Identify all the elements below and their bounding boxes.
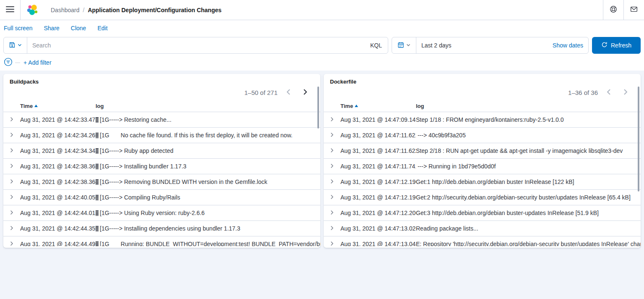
row-time: Aug 31, 2021 @ 14:47:11.621 — [340, 132, 416, 139]
pagination: 1–36 of 36 — [324, 85, 641, 100]
menu-icon — [6, 6, 14, 14]
table-row: Aug 31, 2021 @ 14:47:13.044 E: Repositor… — [324, 236, 641, 246]
row-log-text: Get:2 http://security.debian.org/debian-… — [416, 194, 631, 201]
breadcrumb-dashboard[interactable]: Dashboard — [51, 7, 80, 13]
expand-row-button[interactable] — [327, 161, 337, 171]
table-row: Aug 31, 2021 @ 14:42:33.475 [1G-----> Re… — [3, 112, 320, 128]
row-log: Reading package lists... — [416, 225, 641, 232]
menu-item-full-screen[interactable]: Full screen — [4, 25, 32, 31]
query-bar: KQL Last 2 days Show dates Refresh — [0, 36, 644, 55]
expand-row-button[interactable] — [7, 239, 17, 246]
row-log-text: ---> Running in 1bd79e5d0d0f — [416, 163, 496, 170]
escape-glyph — [96, 241, 99, 246]
date-quick-select-button[interactable] — [392, 37, 416, 53]
row-time: Aug 31, 2021 @ 14:42:33.475 — [20, 116, 96, 123]
expand-row-button[interactable] — [7, 192, 17, 202]
table-row: Aug 31, 2021 @ 14:42:44.499 [1G Running:… — [3, 236, 320, 246]
expand-row-button[interactable] — [7, 115, 17, 125]
row-time: Aug 31, 2021 @ 14:42:44.012 — [20, 210, 96, 216]
help-button[interactable] — [603, 0, 623, 20]
previous-page-button[interactable] — [603, 87, 615, 98]
escape-glyph — [96, 195, 99, 200]
column-header-log: log — [96, 103, 320, 109]
dashboard-content: Buildpacks 1–50 of 271 Time log — [0, 71, 644, 299]
expand-row-button[interactable] — [327, 223, 337, 233]
row-log-text: [1G-----> Compiling Ruby/Rails — [100, 194, 180, 201]
row-time: Aug 31, 2021 @ 14:47:12.190 — [340, 194, 416, 201]
table-row: Aug 31, 2021 @ 14:42:34.343 [1G-----> Ru… — [3, 143, 320, 159]
filter-options-button[interactable] — [4, 58, 13, 68]
refresh-icon — [601, 42, 608, 49]
refresh-button[interactable]: Refresh — [592, 37, 641, 54]
expand-chevron-icon — [330, 194, 335, 201]
column-header-time[interactable]: Time — [340, 103, 416, 109]
next-page-button[interactable] — [299, 87, 311, 98]
expand-row-button[interactable] — [7, 223, 17, 233]
row-log-text: E: Repository 'http://security.debian.or… — [416, 241, 641, 246]
expand-row-button[interactable] — [327, 146, 337, 156]
date-range-value[interactable]: Last 2 days — [416, 42, 548, 49]
row-log: [1G No cache file found. If this is the … — [96, 132, 320, 139]
add-filter-link[interactable]: + Add filter — [23, 59, 52, 66]
filter-icon — [4, 58, 13, 68]
row-log: [1G-----> Removing BUNDLED WITH version … — [96, 178, 320, 185]
row-log-text: Get:3 http://deb.debian.org/debian buste… — [416, 210, 599, 216]
next-page-button[interactable] — [620, 87, 631, 98]
expand-chevron-icon — [9, 226, 14, 232]
escape-glyph — [96, 164, 99, 169]
menu-item-share[interactable]: Share — [44, 25, 59, 31]
expand-row-button[interactable] — [327, 130, 337, 140]
row-log: ---> Running in 1bd79e5d0d0f — [416, 163, 641, 170]
row-log: Step 1/18 : FROM engineyard/kontainers:r… — [416, 116, 641, 123]
menu-button[interactable] — [0, 0, 20, 20]
search-input[interactable] — [27, 37, 364, 53]
search-group: KQL — [3, 37, 388, 54]
column-header-log: log — [416, 103, 641, 109]
row-log-text: [1G No cache file found. If this is the … — [100, 132, 293, 139]
scrollbar-thumb[interactable] — [638, 87, 639, 191]
expand-row-button[interactable] — [7, 177, 17, 187]
previous-page-button[interactable] — [283, 87, 294, 98]
expand-chevron-icon — [330, 163, 335, 170]
expand-row-button[interactable] — [7, 161, 17, 171]
expand-row-button[interactable] — [7, 146, 17, 156]
sort-ascending-icon — [355, 105, 358, 107]
row-log-text: [1G-----> Using Ruby version: ruby-2.6.6 — [100, 210, 205, 216]
escape-glyph — [96, 117, 99, 123]
table-row: Aug 31, 2021 @ 14:42:40.056 [1G-----> Co… — [3, 190, 320, 205]
chevron-down-icon — [17, 42, 22, 49]
table-row: Aug 31, 2021 @ 14:42:44.012 [1G-----> Us… — [3, 205, 320, 221]
table-row: Aug 31, 2021 @ 14:47:11.621 ---> 40c9b9f… — [324, 128, 641, 143]
saved-query-button[interactable] — [4, 37, 27, 53]
menu-item-edit[interactable]: Edit — [97, 25, 107, 31]
pagination-label: 1–50 of 271 — [244, 89, 278, 96]
show-dates-link[interactable]: Show dates — [548, 42, 588, 49]
chevron-left-icon — [286, 89, 291, 96]
row-log-text: [1G-----> Removing BUNDLED WITH version … — [100, 178, 267, 185]
elastic-logo[interactable] — [21, 0, 44, 20]
row-log: Step 2/18 : RUN apt-get update && apt-ge… — [416, 147, 641, 154]
expand-row-button[interactable] — [7, 130, 17, 140]
newsfeed-button[interactable] — [624, 0, 644, 20]
expand-chevron-icon — [330, 132, 335, 139]
expand-row-button[interactable] — [327, 239, 337, 246]
menu-item-clone[interactable]: Clone — [71, 25, 86, 31]
row-log: [1G-----> Installing bundler 1.17.3 — [96, 163, 320, 170]
expand-chevron-icon — [9, 117, 14, 123]
expand-chevron-icon — [330, 179, 335, 185]
row-time: Aug 31, 2021 @ 14:42:38.368 — [20, 178, 96, 185]
expand-row-button[interactable] — [7, 208, 17, 218]
expand-row-button[interactable] — [327, 192, 337, 202]
row-time: Aug 31, 2021 @ 14:47:12.190 — [340, 178, 416, 185]
expand-row-button[interactable] — [327, 115, 337, 125]
row-time: Aug 31, 2021 @ 14:47:09.145 — [340, 116, 416, 123]
breadcrumb: Dashboard / Application Deployment/Confi… — [51, 7, 221, 13]
query-language-button[interactable]: KQL — [364, 42, 388, 49]
column-header-time[interactable]: Time — [20, 103, 96, 109]
escape-glyph — [96, 226, 99, 231]
scrollbar-thumb[interactable] — [317, 87, 319, 129]
row-time: Aug 31, 2021 @ 14:42:40.056 — [20, 194, 96, 201]
expand-row-button[interactable] — [327, 177, 337, 187]
expand-row-button[interactable] — [327, 208, 337, 218]
escape-glyph — [96, 179, 99, 185]
